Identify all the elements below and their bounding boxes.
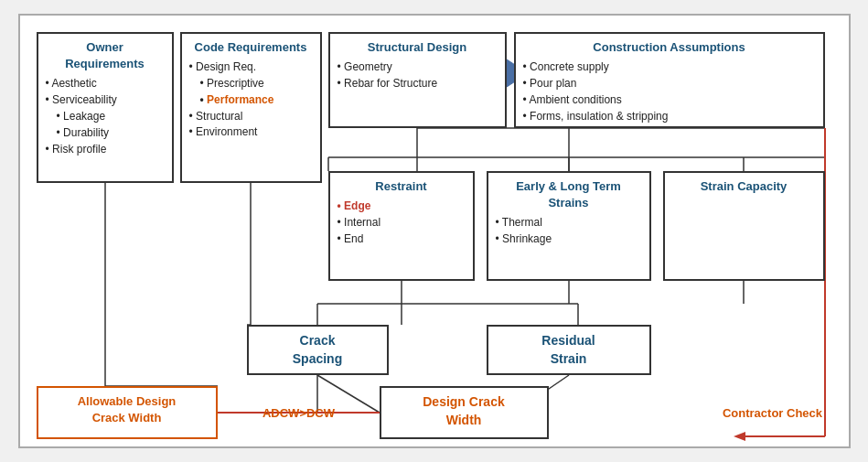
earlylong-item-1: Thermal (496, 215, 642, 231)
crackspacing-title: CrackSpacing (256, 332, 380, 368)
restraint-item-edge: Edge (338, 199, 466, 214)
code-requirements-box: Code Requirements Design Req. Prescripti… (180, 32, 322, 183)
code-item-4: Structural (189, 109, 313, 124)
code-item-1: Design Req. (189, 59, 313, 75)
construction-title: Construction Assumptions (523, 39, 816, 56)
owner-item-1: Aesthetic (46, 76, 165, 91)
construction-item-1: Concrete supply (523, 59, 816, 75)
structural-design-box: Structural Design Geometry Rebar for Str… (328, 32, 507, 128)
early-long-term-box: Early & Long TermStrains Thermal Shrinka… (487, 171, 651, 281)
owner-item-4: Durability (46, 125, 165, 141)
crack-spacing-box: CrackSpacing (247, 325, 389, 375)
owner-title: Owner Requirements (46, 39, 165, 72)
owner-item-5: Risk profile (46, 142, 165, 157)
adcw-compare-label: ADCW>DCW (221, 406, 377, 420)
code-item-3: Performance (189, 92, 313, 108)
residual-title: ResidualStrain (496, 332, 642, 368)
restraint-item-internal: Internal (338, 215, 466, 231)
construction-item-3: Ambient conditions (523, 92, 816, 108)
owner-item-3: Leakage (46, 109, 165, 124)
restraint-title: Restraint (338, 178, 466, 195)
construction-item-4: Forms, insulation & stripping (523, 109, 816, 124)
owner-item-2: Serviceability (46, 92, 165, 108)
construction-assumptions-box: Construction Assumptions Concrete supply… (514, 32, 825, 128)
restraint-item-end: End (338, 231, 466, 247)
code-title: Code Requirements (189, 39, 313, 56)
structural-title: Structural Design (338, 39, 498, 56)
strain-capacity-box: Strain Capacity (663, 171, 825, 281)
dcw-box: Design CrackWidth (380, 386, 549, 439)
adcw-box: Allowable DesignCrack Width (37, 386, 218, 439)
earlylong-title: Early & Long TermStrains (496, 178, 642, 211)
owner-requirements-box: Owner Requirements Aesthetic Serviceabil… (37, 32, 174, 183)
earlylong-item-2: Shrinkage (496, 231, 642, 247)
dcw-title: Design CrackWidth (389, 393, 540, 429)
contractor-check-label: Contractor Check (713, 406, 832, 420)
diagram-container: Owner Requirements Aesthetic Serviceabil… (18, 14, 851, 448)
adcw-title: Allowable DesignCrack Width (46, 393, 209, 426)
construction-item-2: Pour plan (523, 76, 816, 91)
svg-marker-28 (734, 432, 745, 441)
structural-item-2: Rebar for Structure (338, 76, 498, 91)
straincap-title: Strain Capacity (672, 178, 816, 195)
residual-strain-box: ResidualStrain (487, 325, 651, 375)
code-item-2: Prescriptive (189, 76, 313, 91)
restraint-box: Restraint Edge Internal End (328, 171, 475, 281)
structural-item-1: Geometry (338, 59, 498, 75)
code-item-5: Environment (189, 124, 313, 140)
